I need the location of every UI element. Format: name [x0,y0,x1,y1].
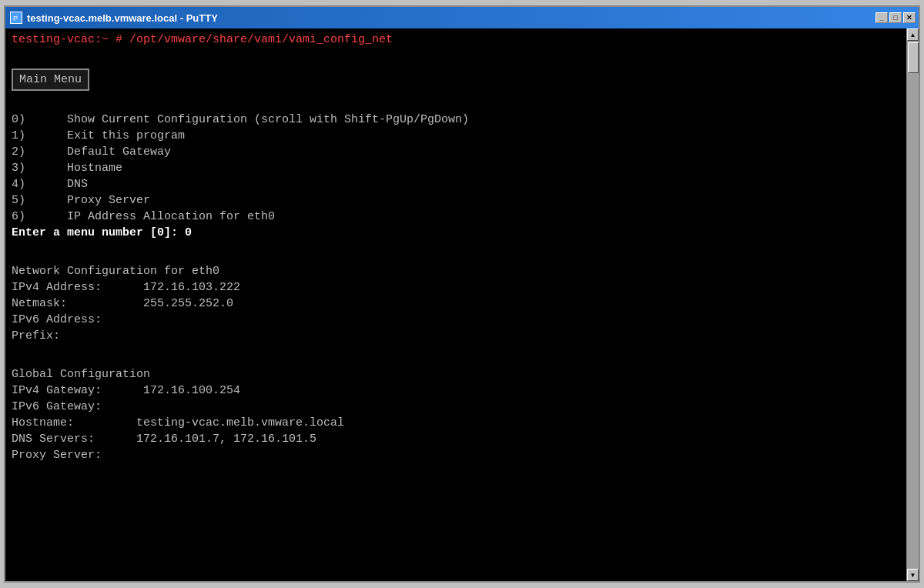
proxy-server-line: Proxy Server: [12,447,900,463]
menu-text-1: Exit this program [67,129,185,142]
menu-text-0: Show Current Configuration (scroll with … [67,113,469,126]
hostname-line: Hostname: testing-vcac.melb.vmware.local [12,415,900,431]
menu-num-2: 2) [12,145,67,159]
menu-box-label: Main Menu [19,73,82,86]
blank-line-4 [12,344,900,360]
hostname-spacer [81,416,129,429]
ipv6-address-label: IPv6 Address: [12,313,102,326]
terminal-area[interactable]: testing-vcac:~ # /opt/vmware/share/vami/… [5,28,906,581]
dns-servers-label: DNS Servers: [12,433,95,446]
window-controls: _ □ ✕ [875,12,916,23]
netmask-spacer [74,297,136,310]
menu-num-0: 0) [12,113,67,126]
dns-servers-spacer [102,433,129,446]
dns-servers-line: DNS Servers: 172.16.101.7, 172.16.101.5 [12,431,900,447]
ipv4-gateway-spacer [109,384,136,397]
menu-num-4: 4) [12,178,67,191]
blank-line-3 [12,241,900,257]
scroll-up-button[interactable]: ▲ [907,28,919,41]
main-menu-box: Main Menu [12,68,89,91]
netmask-label: Netmask: [12,297,67,310]
close-button[interactable]: ✕ [903,12,916,23]
prompt-line: testing-vcac:~ # /opt/vmware/share/vami/… [12,32,900,48]
prefix-line: Prefix: [12,328,900,344]
ipv4-address-line: IPv4 Address: 172.16.103.222 [12,279,900,296]
netmask-line: Netmask: 255.255.252.0 [12,296,900,312]
putty-window: P testing-vcac.melb.vmware.local - PuTTY… [4,5,920,583]
dns-servers-value: 172.16.101.7, 172.16.101.5 [136,433,316,446]
ipv4-gateway-line: IPv4 Gateway: 172.16.100.254 [12,383,900,399]
scroll-track[interactable] [907,41,919,569]
netmask-value: 255.255.252.0 [143,297,233,310]
scroll-thumb[interactable] [908,42,919,73]
menu-text-5: Proxy Server [67,194,150,207]
menu-num-3: 3) [12,162,67,175]
ipv6-address-line: IPv6 Address: [12,312,900,328]
menu-item-6: 6) IP Address Allocation for eth0 [12,209,900,225]
putty-icon: P [10,12,22,24]
blank-line-1 [12,48,900,64]
proxy-server-label: Proxy Server: [12,449,102,462]
menu-num-5: 5) [12,194,67,207]
ipv4-gateway-value: 172.16.100.254 [143,384,240,397]
menu-text-4: DNS [67,178,88,191]
ipv4-address-val: 172.16.103.222 [143,281,240,294]
window-content: testing-vcac:~ # /opt/vmware/share/vami/… [5,28,919,581]
menu-num-6: 6) [12,210,67,223]
hostname-label: Hostname: [12,416,74,429]
menu-item-5: 5) Proxy Server [12,192,900,209]
menu-num-1: 1) [12,129,67,142]
enter-menu-prompt: Enter a menu number [0]: 0 [12,225,900,241]
menu-item-3: 3) Hostname [12,160,900,176]
maximize-button[interactable]: □ [889,12,902,23]
prefix-label: Prefix: [12,329,60,342]
menu-items-list: 0) Show Current Configuration (scroll wi… [12,112,900,225]
menu-item-4: 4) DNS [12,176,900,192]
scroll-down-button[interactable]: ▼ [907,569,919,581]
menu-item-1: 1) Exit this program [12,128,900,144]
hostname-value: testing-vcac.melb.vmware.local [136,416,344,429]
global-config-header: Global Configuration [12,366,900,383]
window-title: testing-vcac.melb.vmware.local - PuTTY [27,12,218,24]
ipv6-gateway-line: IPv6 Gateway: [12,399,900,415]
minimize-button[interactable]: _ [875,12,888,23]
network-config-header: Network Configuration for eth0 [12,263,900,279]
menu-text-3: Hostname [67,162,122,175]
menu-text-2: Default Gateway [67,145,171,159]
blank-line-2 [12,95,900,112]
menu-item-0: 0) Show Current Configuration (scroll wi… [12,112,900,128]
title-bar: P testing-vcac.melb.vmware.local - PuTTY… [5,7,919,28]
prompt-text: testing-vcac:~ # /opt/vmware/share/vami/… [12,33,393,46]
menu-text-6: IP Address Allocation for eth0 [67,210,275,223]
ipv6-gateway-label: IPv6 Gateway: [12,400,102,413]
ipv4-address-label: IPv4 Address: [12,281,102,294]
title-bar-left: P testing-vcac.melb.vmware.local - PuTTY [10,12,218,24]
menu-item-2: 2) Default Gateway [12,144,900,160]
svg-text:P: P [13,15,18,22]
ipv4-gateway-label: IPv4 Gateway: [12,384,102,397]
ipv4-address-value [109,281,136,294]
vertical-scrollbar[interactable]: ▲ ▼ [906,28,919,581]
